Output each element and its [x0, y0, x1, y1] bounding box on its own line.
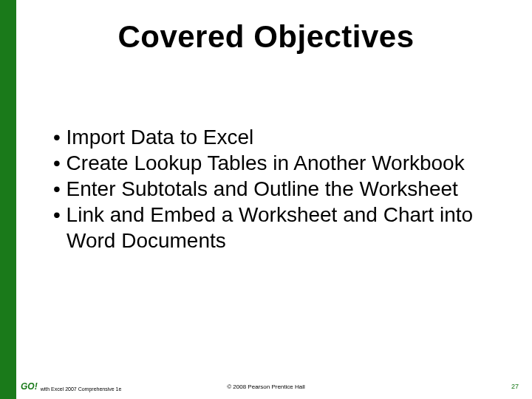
page-number: 27	[511, 383, 519, 390]
bullet-item: Link and Embed a Worksheet and Chart int…	[53, 202, 502, 253]
bullet-item: Enter Subtotals and Outline the Workshee…	[53, 176, 502, 202]
slide-title: Covered Objectives	[0, 19, 532, 55]
bullet-list: Import Data to Excel Create Lookup Table…	[53, 124, 502, 253]
bullet-item: Import Data to Excel	[53, 124, 502, 150]
footer-copyright: © 2008 Pearson Prentice Hall	[0, 383, 532, 390]
slide-footer: GO! with Excel 2007 Comprehensive 1e © 2…	[0, 380, 532, 392]
bullet-item: Create Lookup Tables in Another Workbook	[53, 150, 502, 176]
slide: Covered Objectives Import Data to Excel …	[0, 0, 532, 399]
accent-side-bar	[0, 0, 16, 399]
